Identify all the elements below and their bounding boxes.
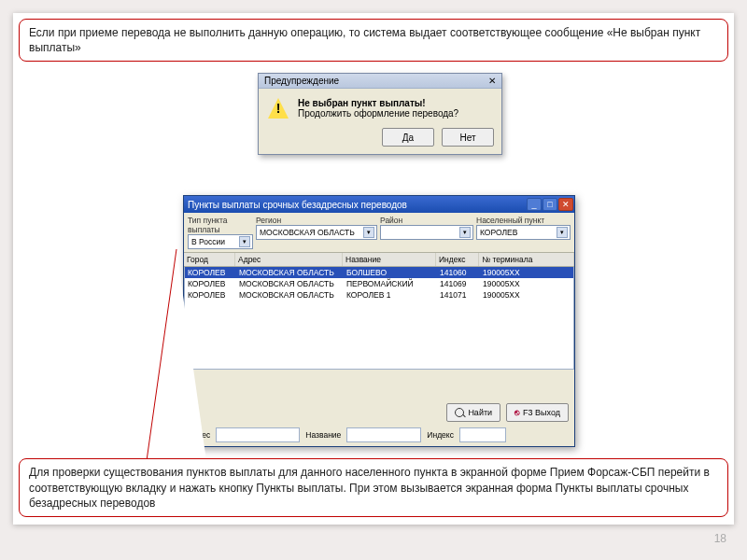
close-icon[interactable]: ✕ <box>558 198 573 211</box>
warning-dialog-title: Предупреждение <box>264 76 339 86</box>
col-address[interactable]: Адрес <box>235 253 343 266</box>
filter-settlement-label: Населенный пункт <box>476 216 571 225</box>
window-titlebar: Пункты выплаты срочных безадресных перев… <box>184 196 574 213</box>
table-row[interactable]: КОРОЛЕВ МОСКОВСКАЯ ОБЛАСТЬ ПЕРВОМАЙСКИЙ … <box>185 278 573 289</box>
bottom-address-input[interactable] <box>216 427 300 442</box>
callout-top: Если при приеме перевода не выполнить да… <box>19 19 728 62</box>
slide-surface: Если при приеме перевода не выполнить да… <box>13 13 734 525</box>
close-icon[interactable]: ✕ <box>488 76 496 86</box>
exit-icon: ⎋ <box>514 408 519 417</box>
bottom-toolbar: Адрес Название Индекс <box>188 427 571 442</box>
filter-type-label: Тип пункта выплаты <box>188 216 253 234</box>
filter-settlement-value: КОРОЛЕВ <box>480 228 517 237</box>
cell: 190005XX <box>480 278 573 289</box>
filter-type-combo[interactable]: В России ▾ <box>188 234 253 249</box>
filter-region-value: МОСКОВСКАЯ ОБЛАСТЬ <box>260 228 355 237</box>
cell: 190005XX <box>480 267 573 278</box>
window-title-text: Пункты выплаты срочных безадресных перев… <box>188 200 407 210</box>
bottom-name-label: Название <box>305 430 341 440</box>
warning-icon <box>268 98 289 119</box>
col-name[interactable]: Название <box>343 253 436 266</box>
minimize-icon[interactable]: _ <box>527 198 542 211</box>
filter-district-combo[interactable]: ▾ <box>380 225 473 240</box>
grid-body[interactable]: КОРОЛЕВ МОСКОВСКАЯ ОБЛАСТЬ БОЛШЕВО 14106… <box>184 267 574 370</box>
warning-dialog-message: Не выбран пункт выплаты! Продолжить офор… <box>298 98 458 119</box>
chevron-down-icon: ▾ <box>363 227 374 238</box>
bottom-index-input[interactable] <box>459 427 506 442</box>
page-number: 18 <box>714 532 726 545</box>
search-icon <box>455 408 464 417</box>
filter-district-label: Район <box>380 216 473 225</box>
filter-settlement-combo[interactable]: КОРОЛЕВ ▾ <box>476 225 571 240</box>
cell: МОСКОВСКАЯ ОБЛАСТЬ <box>236 267 344 278</box>
warning-dialog-titlebar: Предупреждение ✕ <box>259 74 501 89</box>
chevron-down-icon: ▾ <box>239 236 250 247</box>
cell: МОСКОВСКАЯ ОБЛАСТЬ <box>236 289 344 301</box>
cell: 190005XX <box>480 289 573 301</box>
callout-bottom: Для проверки существования пунктов выпла… <box>19 458 728 517</box>
warning-dialog: Предупреждение ✕ Не выбран пункт выплаты… <box>258 73 502 155</box>
exit-button-label: F3 Выход <box>523 408 560 417</box>
filter-region-label: Регион <box>256 216 377 225</box>
cell: 141069 <box>437 278 480 289</box>
find-button[interactable]: Найти <box>446 403 500 422</box>
filter-region-combo[interactable]: МОСКОВСКАЯ ОБЛАСТЬ ▾ <box>256 225 377 240</box>
grid-header: Город Адрес Название Индекс № терминала <box>184 252 574 267</box>
warning-line2: Продолжить оформление перевода? <box>298 108 458 119</box>
cell: КОРОЛЕВ 1 <box>344 289 437 301</box>
filter-type-value: В России <box>191 237 225 246</box>
cell: 141071 <box>437 289 480 301</box>
cell: ПЕРВОМАЙСКИЙ <box>344 278 437 289</box>
col-terminal[interactable]: № терминала <box>479 253 574 266</box>
cell: МОСКОВСКАЯ ОБЛАСТЬ <box>236 278 344 289</box>
maximize-icon[interactable]: □ <box>543 198 557 211</box>
table-row[interactable]: КОРОЛЕВ МОСКОВСКАЯ ОБЛАСТЬ КОРОЛЕВ 1 141… <box>185 289 573 301</box>
bottom-index-label: Индекс <box>427 430 454 440</box>
cell: 141060 <box>437 267 480 278</box>
no-button[interactable]: Нет <box>442 128 494 147</box>
yes-button[interactable]: Да <box>382 128 434 147</box>
callout-top-text: Если при приеме перевода не выполнить да… <box>29 26 700 54</box>
exit-button[interactable]: ⎋ F3 Выход <box>506 403 569 422</box>
warning-line1: Не выбран пункт выплаты! <box>298 98 458 108</box>
find-button-label: Найти <box>468 408 492 417</box>
chevron-down-icon: ▾ <box>557 227 568 238</box>
cell: БОЛШЕВО <box>344 267 437 278</box>
callout-bottom-text: Для проверки существования пунктов выпла… <box>29 466 710 509</box>
col-index[interactable]: Индекс <box>436 253 479 266</box>
table-row[interactable]: КОРОЛЕВ МОСКОВСКАЯ ОБЛАСТЬ БОЛШЕВО 14106… <box>185 267 573 278</box>
callout-pointer <box>139 249 214 483</box>
chevron-down-icon: ▾ <box>459 227 471 238</box>
bottom-name-input[interactable] <box>346 427 421 442</box>
payout-points-window: Пункты выплаты срочных безадресных перев… <box>183 195 575 447</box>
